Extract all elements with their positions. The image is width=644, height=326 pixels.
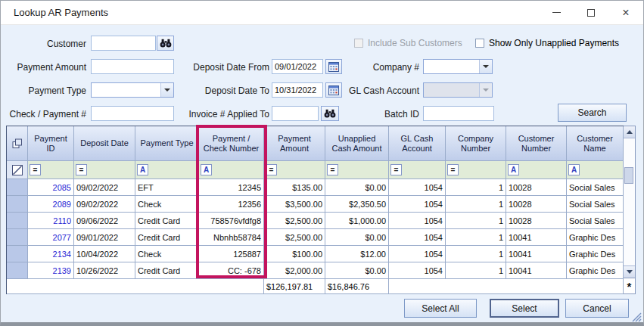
cell-payment-amount[interactable]: $3,500.00 (264, 196, 325, 213)
column-chooser-button[interactable] (7, 126, 28, 161)
cell-customer-number[interactable]: 10041 (506, 262, 567, 279)
cell-payment-check-number[interactable]: 758576vfdfg8 (199, 213, 264, 229)
cell-company-number[interactable]: 1 (446, 229, 506, 246)
cell-payment-type[interactable]: Credit Card (135, 229, 199, 246)
filter-input[interactable] (213, 164, 262, 176)
column-header-company-number[interactable]: Company Number (446, 126, 506, 161)
invoice-applied-to-input[interactable] (272, 106, 319, 121)
cell-payment-id[interactable]: 2089 (28, 196, 74, 213)
cell-unapplied-cash-amount[interactable]: $1,000.00 (325, 213, 389, 229)
row-indicator[interactable] (7, 196, 28, 213)
filter-cell-deposit-date[interactable]: = (74, 161, 135, 179)
cell-payment-id[interactable]: 2134 (28, 246, 74, 262)
text-filter-icon[interactable]: A (508, 164, 519, 175)
maximize-button[interactable] (574, 1, 608, 24)
minimize-button[interactable] (539, 1, 574, 24)
cell-payment-check-number[interactable]: CC: -678 (199, 262, 264, 279)
cell-gl-cash-account[interactable]: 1054 (389, 179, 446, 196)
column-header-payment-id[interactable]: Payment ID (28, 126, 74, 161)
close-button[interactable]: × (608, 1, 643, 24)
deposit-date-to-input[interactable] (272, 82, 323, 98)
cell-gl-cash-account[interactable]: 1054 (389, 246, 446, 262)
text-filter-icon[interactable]: A (137, 164, 148, 175)
column-header-payment-amount[interactable]: Payment Amount (264, 126, 325, 161)
filter-input[interactable] (150, 164, 197, 176)
table-row[interactable]: 213910/26/2022Credit CardCC: -678$2,000.… (7, 262, 623, 279)
filter-input[interactable] (581, 164, 621, 176)
scrollbar-track[interactable] (624, 138, 635, 265)
cell-customer-name[interactable]: Social Sales (567, 213, 624, 229)
cell-gl-cash-account[interactable]: 1054 (389, 229, 446, 246)
new-row-button[interactable]: * (624, 278, 635, 293)
text-filter-icon[interactable]: A (568, 164, 580, 175)
resize-grip-icon[interactable] (632, 312, 642, 322)
row-indicator[interactable] (7, 246, 28, 262)
cell-payment-type[interactable]: Check (135, 196, 199, 213)
equals-filter-icon[interactable]: = (30, 164, 41, 175)
cell-customer-name[interactable]: Social Sales (567, 179, 624, 196)
cell-payment-id[interactable]: 2110 (28, 213, 74, 229)
cell-deposit-date[interactable]: 10/26/2022 (74, 262, 135, 279)
cell-customer-name[interactable]: Graphic Des (567, 246, 624, 262)
filter-cell-customer-number[interactable]: A (506, 161, 567, 179)
cell-customer-name[interactable]: Graphic Des (567, 229, 624, 246)
select-button[interactable]: Select (490, 299, 559, 318)
cell-unapplied-cash-amount[interactable]: $0.00 (325, 262, 389, 279)
cell-payment-check-number[interactable]: 125887 (199, 246, 264, 262)
vertical-scrollbar[interactable]: * (624, 126, 636, 294)
cell-customer-number[interactable]: 10028 (506, 196, 567, 213)
filter-cell-gl-cash-account[interactable]: = (389, 161, 446, 179)
filter-cell-payment-amount[interactable]: = (264, 161, 325, 179)
cell-unapplied-cash-amount[interactable]: $12.00 (325, 246, 389, 262)
checkbox-icon[interactable] (475, 39, 484, 48)
equals-filter-icon[interactable]: = (327, 164, 338, 175)
table-row[interactable]: 207709/01/2022Credit CardNbnhb58784$2,50… (7, 229, 623, 246)
cell-payment-type[interactable]: EFT (135, 179, 199, 196)
column-header-unapplied-cash-amount[interactable]: Unapplied Cash Amount (325, 126, 389, 161)
cell-customer-name[interactable]: Graphic Des (567, 262, 624, 279)
cell-unapplied-cash-amount[interactable]: $0.00 (325, 179, 389, 196)
filter-input[interactable] (278, 164, 323, 176)
row-indicator[interactable] (7, 213, 28, 229)
chevron-down-icon[interactable] (479, 60, 492, 73)
cell-deposit-date[interactable]: 09/02/2022 (74, 196, 135, 213)
text-filter-icon[interactable]: A (201, 164, 212, 175)
row-indicator[interactable] (7, 262, 28, 279)
clear-filter-cell[interactable] (7, 161, 28, 179)
cell-company-number[interactable]: 1 (446, 213, 506, 229)
equals-filter-icon[interactable]: = (76, 164, 87, 175)
batch-id-input[interactable] (423, 106, 494, 121)
cell-customer-number[interactable]: 10041 (506, 229, 567, 246)
cell-customer-number[interactable]: 10028 (506, 213, 567, 229)
equals-filter-icon[interactable]: = (390, 164, 402, 175)
cell-company-number[interactable]: 1 (446, 262, 506, 279)
filter-input[interactable] (340, 164, 387, 176)
cell-company-number[interactable]: 1 (446, 179, 506, 196)
filter-input[interactable] (403, 164, 443, 176)
table-row[interactable]: 211009/06/2022Credit Card758576vfdfg8$2,… (7, 213, 623, 229)
cell-gl-cash-account[interactable]: 1054 (389, 262, 446, 279)
cell-payment-check-number[interactable]: 12356 (199, 196, 264, 213)
filter-cell-customer-name[interactable]: A (567, 161, 624, 179)
cell-payment-check-number[interactable]: Nbnhb58784 (199, 229, 264, 246)
cell-payment-amount[interactable]: $100.00 (264, 246, 325, 262)
cell-payment-type[interactable]: Credit Card (135, 262, 199, 279)
cell-gl-cash-account[interactable]: 1054 (389, 213, 446, 229)
cell-payment-amount[interactable]: $2,500.00 (264, 213, 325, 229)
company-no-dropdown[interactable] (423, 59, 493, 74)
cell-deposit-date[interactable]: 09/02/2022 (74, 179, 135, 196)
table-row[interactable]: 208509/02/2022EFT12345$135.00$0.00105411… (7, 179, 623, 196)
cell-customer-number[interactable]: 10041 (506, 246, 567, 262)
column-header-deposit-date[interactable]: Deposit Date (74, 126, 135, 161)
filter-cell-payment-id[interactable]: = (28, 161, 74, 179)
row-indicator[interactable] (7, 229, 28, 246)
filter-cell-company-number[interactable]: = (446, 161, 506, 179)
filter-cell-payment-check-number[interactable]: A (199, 161, 264, 179)
table-row[interactable]: 213410/04/2022Check125887$100.00$12.0010… (7, 246, 623, 262)
cell-payment-id[interactable]: 2085 (28, 179, 74, 196)
scrollbar-thumb[interactable] (624, 167, 633, 184)
customer-lookup-button[interactable] (157, 36, 174, 51)
equals-filter-icon[interactable]: = (447, 164, 459, 175)
cell-unapplied-cash-amount[interactable]: $2,350.50 (325, 196, 389, 213)
filter-cell-unapplied-cash-amount[interactable]: = (325, 161, 389, 179)
